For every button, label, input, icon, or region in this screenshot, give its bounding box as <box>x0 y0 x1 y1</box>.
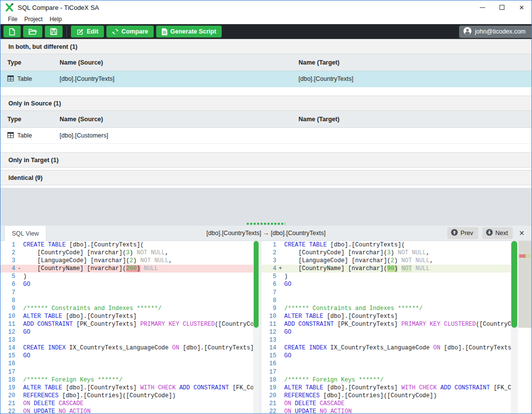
code-line: 19ALTER TABLE [dbo].[CountryTexts] WITH … <box>262 384 511 392</box>
user-email: john@ticodex.com <box>475 28 526 35</box>
diff-overview-minimap[interactable] <box>518 241 532 414</box>
line-number: 11 <box>0 320 15 328</box>
code-line: 20REFERENCES [dbo].[Countries]([CountryC… <box>0 392 253 400</box>
code-token: CASCADE <box>320 400 344 407</box>
code-token: [CountryCode] [nvarchar]( <box>284 249 387 256</box>
open-folder-icon <box>29 28 37 35</box>
line-number: 8 <box>0 297 15 305</box>
close-button[interactable]: ✕ <box>512 0 532 14</box>
open-project-button[interactable] <box>23 26 42 37</box>
column-header[interactable]: Type <box>7 116 60 123</box>
new-project-button[interactable] <box>3 26 21 37</box>
code-token: ) <box>23 273 27 280</box>
code-token: NOT NULL <box>401 257 430 264</box>
code-line: 18/****** Foreign Keys ******/ <box>262 376 511 384</box>
section-header[interactable]: Identical (9) <box>0 170 532 185</box>
code-token: IX_CountryTexts_LanguageCode <box>327 345 433 351</box>
code-line: 10ALTER TABLE [dbo].[CountryTexts] <box>262 312 511 320</box>
save-project-button[interactable] <box>45 26 63 37</box>
code-token: [dbo].[CountryTexts]( <box>327 242 404 248</box>
line-number: 20 <box>0 392 15 400</box>
next-diff-button[interactable]: Next <box>482 227 513 239</box>
column-header[interactable]: Name (Source) <box>60 59 299 66</box>
sqlview-tabbar: [dbo].[CountryTexts] → [dbo].[CountryTex… <box>0 226 532 241</box>
code-token: ON <box>23 400 30 407</box>
toolbar-separator <box>66 26 67 37</box>
code-token: NO ACTION <box>59 408 91 414</box>
code-line: 3 [LanguageCode] [nvarchar](2) NOT NULL, <box>0 257 253 265</box>
code-token: [CountryCode] [nvarchar]( <box>23 249 126 256</box>
edit-button[interactable]: Edit <box>71 26 104 37</box>
line-number: 17 <box>0 368 15 376</box>
line-number: 18 <box>0 376 15 384</box>
code-token: ) <box>133 257 140 264</box>
line-number: 17 <box>262 368 276 376</box>
line-number: 7 <box>262 289 276 297</box>
generate-script-button[interactable]: Generate Script <box>156 26 222 37</box>
code-line: 5) <box>262 273 511 280</box>
line-number: 9 <box>262 305 276 312</box>
section-header[interactable]: Only in Target (1) <box>0 152 532 168</box>
user-account-badge[interactable]: john@ticodex.com <box>459 26 532 38</box>
column-header[interactable]: Name (Target) <box>299 59 532 66</box>
code-token: ON <box>433 345 440 351</box>
sql-diff-view: 1CREATE TABLE [dbo].[CountryTexts](2 [Co… <box>0 241 532 414</box>
edit-button-label: Edit <box>87 28 99 35</box>
source-code-pane[interactable]: 1CREATE TABLE [dbo].[CountryTexts](2 [Co… <box>0 241 253 414</box>
code-token: [FK_CountryTexts_Countries] <box>229 384 253 391</box>
line-number: 4 <box>262 265 276 273</box>
compare-button[interactable]: Compare <box>106 26 154 37</box>
code-token: 90 <box>387 265 394 272</box>
line-number: 6 <box>262 280 276 288</box>
row-target-cell: [dbo].[CountryTexts] <box>299 75 532 82</box>
menu-file[interactable]: File <box>4 16 21 23</box>
column-header[interactable]: Name (Source) <box>60 116 299 123</box>
code-token: [dbo].[CountryTexts]( <box>66 242 143 248</box>
column-header[interactable]: Name (Target) <box>299 116 532 123</box>
code-token: [dbo].[CountryTexts]([LanguageCode]) <box>440 345 511 351</box>
code-line: 15GO <box>262 352 511 360</box>
source-pane-scrollbar[interactable] <box>253 241 259 414</box>
line-number: 12 <box>0 328 15 336</box>
generate-script-button-label: Generate Script <box>170 28 216 35</box>
code-token: NULL <box>144 265 158 272</box>
maximize-button[interactable] <box>492 0 512 14</box>
line-number: 10 <box>262 312 276 320</box>
minimap-track <box>518 241 532 328</box>
code-line: 5) <box>0 273 253 280</box>
line-number: 20 <box>262 392 276 400</box>
minimize-button[interactable] <box>472 0 492 14</box>
column-header[interactable]: Type <box>7 59 60 66</box>
code-token: ON <box>172 345 179 351</box>
line-number: 14 <box>262 344 276 352</box>
diff-sections: In both, but different (1)TypeName (Sour… <box>0 39 532 221</box>
code-line: 7 <box>0 289 253 297</box>
menu-project[interactable]: Project <box>21 16 46 23</box>
pane-splitter[interactable] <box>0 221 532 226</box>
code-line: 9/****** Constraints and Indexes ******/ <box>262 305 511 312</box>
prev-diff-button[interactable]: Prev <box>447 227 478 239</box>
table-row[interactable]: Table[dbo].[Customers] <box>0 128 532 144</box>
section-header[interactable]: Only in Source (1) <box>0 96 532 111</box>
menu-help[interactable]: Help <box>46 16 66 23</box>
code-token: [PK_CountryTexts] <box>334 321 401 328</box>
code-token: ALTER TABLE <box>284 384 323 391</box>
code-token: GO <box>23 281 30 288</box>
code-token: CASCADE <box>59 400 83 407</box>
code-token: /****** Foreign Keys ******/ <box>23 377 123 383</box>
table-icon <box>7 132 14 139</box>
section-header[interactable]: In both, but different (1) <box>0 39 532 54</box>
code-token: , <box>165 249 168 256</box>
code-line: 12GO <box>262 328 511 336</box>
close-sqlview-icon[interactable]: ✕ <box>517 229 529 237</box>
prev-label: Prev <box>461 230 473 237</box>
table-row[interactable]: Table[dbo].[CountryTexts][dbo].[CountryT… <box>0 71 532 87</box>
tab-sql-view[interactable]: SQL View <box>4 226 46 241</box>
code-token <box>55 408 59 414</box>
target-pane-scrollbar[interactable] <box>511 241 518 414</box>
code-line: 14CREATE INDEX IX_CountryTexts_LanguageC… <box>0 344 253 352</box>
code-line: 8 <box>0 297 253 305</box>
target-code-pane[interactable]: 1CREATE TABLE [dbo].[CountryTexts](2 [Co… <box>262 241 511 414</box>
line-number: 22 <box>262 408 276 414</box>
code-token: /****** Foreign Keys ******/ <box>284 377 384 383</box>
